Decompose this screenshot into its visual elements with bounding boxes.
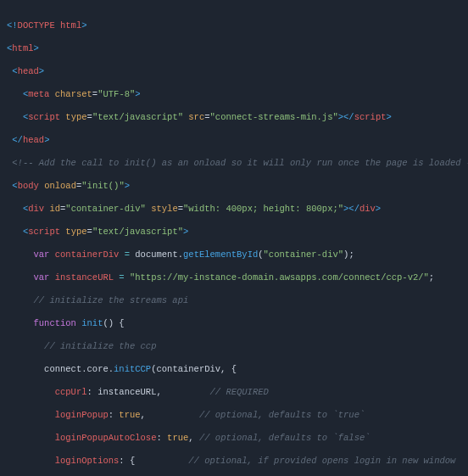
code-line: // initialize the ccp (7, 341, 461, 353)
code-line: var instanceURL = "https://my-instance-d… (7, 272, 461, 284)
code-line: <html> (7, 43, 461, 55)
code-line: <!DOCTYPE html> (7, 20, 461, 32)
code-line: ccpUrl: instanceURL, // REQUIRED (7, 387, 461, 399)
code-line: // initialize the streams api (7, 295, 461, 307)
code-line: <head> (7, 66, 461, 78)
code-line: function init() { (7, 318, 461, 330)
code-line: <meta charset="UTF-8"> (7, 89, 461, 101)
code-line: loginPopup: true, // optional, defaults … (7, 410, 461, 422)
code-line: <script type="text/javascript"> (7, 227, 461, 238)
code-line: connect.core.initCCP(containerDiv, { (7, 364, 461, 376)
code-viewer: <!DOCTYPE html> <html> <head> <meta char… (0, 0, 468, 476)
code-line: <!-- Add the call to init() as an onload… (7, 158, 461, 170)
code-line: <body onload="init()"> (7, 181, 461, 193)
code-line: loginPopupAutoClose: true, // optional, … (7, 433, 461, 445)
code-line: loginOptions: { // optional, if provided… (7, 456, 461, 468)
code-line: </head> (7, 135, 461, 147)
code-line: <script type="text/javascript" src="conn… (7, 112, 461, 124)
code-line: var containerDiv = document.getElementBy… (7, 249, 461, 261)
code-line: <div id="container-div" style="width: 40… (7, 204, 461, 216)
